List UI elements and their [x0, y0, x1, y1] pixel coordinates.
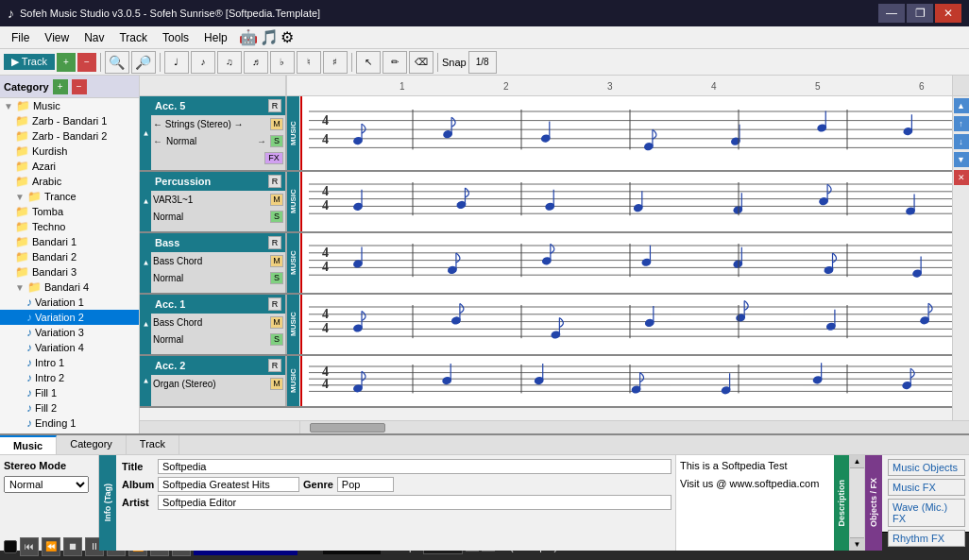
note-tool-5[interactable]: ♭ [270, 51, 295, 74]
track-notation-percussion[interactable] [299, 172, 952, 231]
sidebar-item-kurdish[interactable]: 📁 Kurdish [0, 144, 139, 159]
track-fx-btn-acc5[interactable]: FX [264, 152, 283, 164]
music-objects-button[interactable]: Music Objects [888, 459, 965, 476]
track-collapse-acc1[interactable]: ▼ [140, 295, 151, 354]
menu-file[interactable]: File [4, 29, 37, 46]
scroll-down-button[interactable]: ▼ [954, 152, 969, 167]
scroll-pagedown-button[interactable]: ↓ [954, 134, 969, 149]
sidebar-item-variation1[interactable]: ♪ Variation 1 [0, 295, 139, 310]
toolbar-track-tab[interactable]: ▶ Track [4, 54, 55, 70]
remove-track-button[interactable]: − [77, 53, 96, 72]
rhythm-fx-button[interactable]: Rhythm FX [888, 530, 965, 547]
note-tool-7[interactable]: ♯ [323, 51, 348, 74]
maximize-button[interactable]: ❐ [907, 4, 933, 23]
track-r-btn-acc2[interactable]: R [268, 359, 281, 372]
album-input[interactable] [158, 477, 299, 492]
menu-help[interactable]: Help [196, 29, 235, 46]
desc-scroll-down[interactable]: ▼ [850, 537, 864, 551]
tab-track[interactable]: Track [127, 435, 179, 454]
sidebar-item-zarb1[interactable]: 📁 Zarb - Bandari 1 [0, 113, 139, 128]
tab-category[interactable]: Category [57, 435, 127, 454]
transport-stop-button[interactable]: ⏹ [63, 537, 82, 556]
horizontal-scrollbar[interactable] [140, 420, 969, 433]
desc-scroll-up[interactable]: ▲ [850, 455, 864, 468]
track-s-btn-bass[interactable]: S [270, 272, 283, 284]
track-s-btn-acc5[interactable]: S [270, 135, 283, 147]
transport-rewind-button[interactable]: ⏮ [20, 537, 39, 556]
zoom-in-button[interactable]: 🔍 [105, 51, 129, 74]
sidebar-item-azari[interactable]: 📁 Azari [0, 159, 139, 174]
scrollbar-thumb[interactable] [310, 423, 385, 433]
track-r-btn-acc1[interactable]: R [268, 297, 281, 311]
track-m-btn-percussion[interactable]: M [270, 194, 283, 206]
track-notation-bass[interactable] [299, 233, 952, 293]
sidebar-item-variation2[interactable]: ♪ Variation 2 [0, 310, 139, 325]
add-track-button[interactable]: + [57, 53, 76, 72]
sidebar-item-variation3[interactable]: ♪ Variation 3 [0, 325, 139, 340]
snap-value[interactable]: 1/8 [468, 51, 497, 74]
sidebar-item-bandari1[interactable]: 📁 Bandari 1 [0, 234, 139, 249]
pointer-tool[interactable]: ↖ [356, 51, 381, 74]
track-m-btn-acc5[interactable]: M [270, 118, 283, 130]
menu-track[interactable]: Track [111, 29, 155, 46]
close-button[interactable]: ✕ [935, 4, 961, 23]
track-collapse-acc2[interactable]: ▼ [140, 356, 151, 406]
sidebar-item-bandari3[interactable]: 📁 Bandari 3 [0, 264, 139, 280]
folder-icon: 📁 [27, 280, 42, 294]
sidebar-item-trance[interactable]: ▼ 📁 Trance [0, 189, 139, 204]
genre-input[interactable] [337, 477, 394, 492]
track-r-btn-bass[interactable]: R [268, 236, 281, 249]
track-m-btn-bass[interactable]: M [270, 255, 283, 267]
scrollbar-track[interactable] [300, 421, 969, 433]
track-m-btn-acc2[interactable]: M [270, 378, 283, 390]
sidebar-item-arabic[interactable]: 📁 Arabic [0, 174, 139, 189]
pencil-tool[interactable]: ✏ [382, 51, 407, 74]
note-tool-2[interactable]: ♪ [191, 51, 215, 74]
track-s-btn-percussion[interactable]: S [270, 211, 283, 223]
zoom-out-button[interactable]: 🔎 [131, 51, 156, 74]
music-fx-button[interactable]: Music FX [888, 479, 965, 496]
track-m-btn-acc1[interactable]: M [270, 316, 283, 329]
scroll-close-button[interactable]: ✕ [954, 170, 969, 185]
title-input[interactable] [158, 459, 672, 474]
sidebar-item-zarb2[interactable]: 📁 Zarb - Bandari 2 [0, 128, 139, 144]
sidebar-item-bandari4[interactable]: ▼ 📁 Bandari 4 [0, 280, 139, 295]
note-tool-6[interactable]: ♮ [297, 51, 321, 74]
menu-nav[interactable]: Nav [76, 29, 111, 46]
track-collapse-percussion[interactable]: ▼ [140, 172, 151, 231]
eraser-tool[interactable]: ⌫ [409, 51, 434, 74]
scroll-pageup-button[interactable]: ↑ [954, 116, 969, 131]
track-s-btn-acc1[interactable]: S [270, 333, 283, 346]
tab-music[interactable]: Music [0, 435, 57, 454]
note-tool-3[interactable]: ♫ [217, 51, 242, 74]
track-collapse-bass[interactable]: ▼ [140, 233, 151, 293]
sidebar-item-variation4[interactable]: ♪ Variation 4 [0, 340, 139, 355]
wave-fx-button[interactable]: Wave (Mic.) FX [888, 499, 965, 527]
artist-input[interactable] [158, 495, 672, 510]
sidebar-item-fill1[interactable]: ♪ Fill 1 [0, 385, 139, 400]
sidebar-item-music[interactable]: ▼ 📁 Music [0, 98, 139, 113]
sidebar-item-tomba[interactable]: 📁 Tomba [0, 204, 139, 219]
sidebar-item-intro1[interactable]: ♪ Intro 1 [0, 355, 139, 370]
sidebar-item-ending1[interactable]: ♪ Ending 1 [0, 416, 139, 431]
category-remove-button[interactable]: − [72, 79, 87, 94]
transport-prev-button[interactable]: ⏪ [42, 537, 60, 556]
sidebar-item-techno[interactable]: 📁 Techno [0, 219, 139, 234]
track-r-btn-percussion[interactable]: R [268, 175, 281, 188]
menu-tools[interactable]: Tools [155, 29, 196, 46]
stereo-mode-select[interactable]: Normal Wide Mono [4, 476, 89, 493]
scroll-up-button[interactable]: ▲ [954, 98, 969, 113]
menu-view[interactable]: View [37, 29, 76, 46]
note-tool-1[interactable]: ♩ [164, 51, 189, 74]
sidebar-item-intro2[interactable]: ♪ Intro 2 [0, 370, 139, 385]
track-notation-acc2[interactable] [299, 356, 952, 406]
track-r-btn-acc5[interactable]: R [268, 99, 281, 112]
track-collapse-acc5[interactable]: ▼ [140, 96, 151, 170]
note-tool-4[interactable]: ♬ [244, 51, 268, 74]
sidebar-item-bandari2[interactable]: 📁 Bandari 2 [0, 249, 139, 264]
sidebar-item-fill2[interactable]: ♪ Fill 2 [0, 400, 139, 416]
track-notation-acc5[interactable] [299, 96, 952, 170]
category-add-button[interactable]: + [53, 79, 68, 94]
track-notation-acc1[interactable] [299, 295, 952, 354]
minimize-button[interactable]: — [878, 4, 905, 23]
